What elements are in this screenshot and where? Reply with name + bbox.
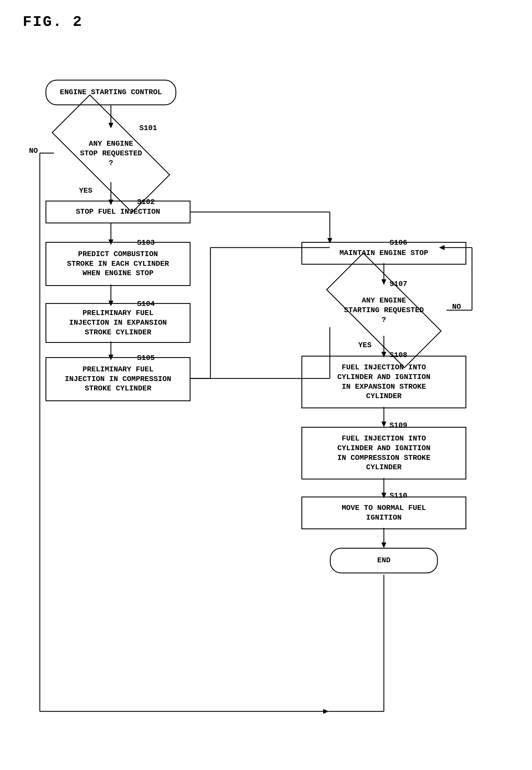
svg-marker-35	[382, 543, 386, 548]
step-label-s101: S101	[139, 124, 157, 132]
yes-label-s107: YES	[358, 341, 372, 349]
step-s109: FUEL INJECTION INTO CYLINDER AND IGNITIO…	[301, 427, 466, 479]
svg-marker-31	[382, 422, 386, 427]
step-s108: FUEL INJECTION INTO CYLINDER AND IGNITIO…	[301, 356, 466, 408]
no-label-s107: NO	[452, 303, 461, 311]
step-s110: MOVE TO NORMAL FUEL IGNITION	[301, 496, 466, 529]
svg-marker-7	[323, 709, 328, 714]
yes-label-s101: YES	[79, 186, 92, 195]
step-s106: MAINTAIN ENGINE STOP	[301, 242, 466, 265]
flowchart: ENGINE STARTING CONTROL S101 ANY ENGINE …	[17, 40, 523, 757]
step-s103: PREDICT COMBUSTION STROKE IN EACH CYLIND…	[45, 242, 191, 286]
no-label-s101: NO	[29, 146, 38, 155]
step-s102: STOP FUEL INJECTION	[45, 201, 191, 224]
step-s104: PRELIMINARY FUEL INJECTION IN EXPANSION …	[45, 303, 191, 343]
page-title: FIG. 2	[23, 14, 83, 30]
end-node: END	[330, 548, 438, 573]
start-node: ENGINE STARTING CONTROL	[45, 80, 176, 105]
step-s105: PRELIMINARY FUEL INJECTION IN COMPRESSIO…	[45, 357, 191, 401]
